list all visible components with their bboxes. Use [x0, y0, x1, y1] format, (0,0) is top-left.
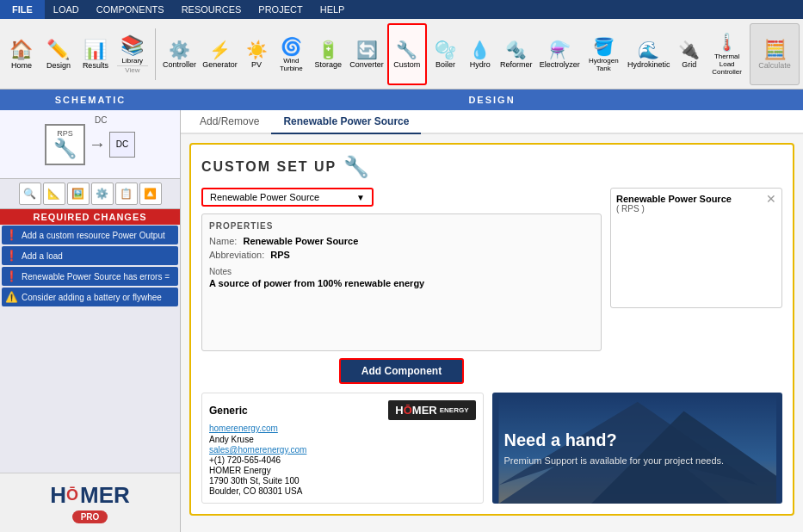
reformer-button[interactable]: 🔩 Reformer: [497, 23, 536, 85]
storage-button[interactable]: 🔋 Storage: [310, 23, 346, 85]
error-icon-2: ❗: [5, 250, 18, 262]
library-icon: 📚: [120, 34, 144, 57]
reformer-icon: 🔩: [505, 40, 527, 60]
grid-button[interactable]: 🔌 Grid: [674, 23, 706, 85]
change-item-4[interactable]: ⚠️ Consider adding a battery or flywhee: [2, 288, 178, 306]
error-icon-3: ❗: [5, 270, 18, 282]
dc-bus-arrow: →: [89, 134, 106, 154]
rps-list-subtitle: ( RPS ): [616, 204, 776, 213]
change-item-2[interactable]: ❗ Add a load: [2, 246, 178, 265]
generic-address1: 1790 30th St, Suite 100: [209, 476, 476, 486]
dc-label: DC: [95, 115, 107, 125]
controller-button[interactable]: ⚙️ Controller: [160, 23, 200, 85]
hydro-button[interactable]: 💧 Hydro: [465, 23, 497, 85]
tab-add-remove[interactable]: Add/Remove: [188, 110, 271, 134]
thermal-load-controller-button[interactable]: 🌡️ Thermal LoadController: [706, 23, 748, 85]
schematic-canvas: DC RPS 🔧 → DC: [0, 110, 180, 179]
generic-email[interactable]: sales@homerenergy.com: [209, 445, 476, 455]
generator-icon: ⚡: [209, 40, 231, 60]
wind-turbine-button[interactable]: 🌀 WindTurbine: [273, 23, 309, 85]
controller-icon: ⚙️: [169, 40, 190, 60]
home-button[interactable]: 🏠 Home: [3, 23, 40, 85]
resources-menu-item[interactable]: RESOURCES: [173, 0, 250, 19]
generic-phone: +(1) 720-565-4046: [209, 455, 476, 465]
design-header: DESIGN: [468, 95, 515, 105]
need-hand-subtitle: Premium Support is available for your pr…: [504, 455, 771, 466]
generic-info-box: Generic HŌMER ENERGY homerenergy.com And…: [201, 393, 484, 504]
zoom-in-button[interactable]: 🔍: [19, 182, 41, 205]
custom-button[interactable]: 🔧 Custom: [387, 23, 427, 85]
electrolyzer-icon: ⚗️: [549, 40, 571, 60]
generator-button[interactable]: ⚡ Generator: [200, 23, 240, 85]
thermal-load-controller-icon: 🌡️: [716, 32, 738, 53]
required-changes-title: REQUIRED CHANGES: [0, 209, 180, 225]
name-label: Name:: [209, 236, 237, 246]
pv-icon: ☀️: [246, 40, 268, 60]
properties-title: PROPERTIES: [209, 221, 594, 231]
zoom-out-button[interactable]: 📐: [43, 182, 65, 205]
component-dropdown[interactable]: Renewable Power Source ▼: [201, 188, 374, 207]
design-button[interactable]: ✏️ Design: [40, 23, 77, 85]
change-item-3[interactable]: ❗ Renewable Power Source has errors =: [2, 267, 178, 286]
results-icon: 📊: [83, 39, 107, 61]
generic-address2: Boulder, CO 80301 USA: [209, 486, 476, 496]
boiler-icon: 🫧: [435, 40, 456, 60]
storage-icon: 🔋: [318, 40, 339, 60]
pv-button[interactable]: ☀️ PV: [241, 23, 273, 85]
hydrokinetic-button[interactable]: 🌊 Hydrokinetic: [625, 23, 673, 85]
generic-title: Generic: [209, 405, 248, 417]
boiler-button[interactable]: 🫧 Boiler: [428, 23, 464, 85]
hydrogen-tank-icon: 🪣: [593, 36, 615, 57]
abbreviation-value: RPS: [270, 250, 290, 260]
wrench-icon: 🔧: [343, 155, 369, 179]
need-hand-title: Need a hand?: [504, 430, 771, 450]
rps-list-box: Renewable Power Source ( RPS ) ✕: [610, 188, 782, 308]
custom-setup-box: CUSTOM SET UP 🔧 Renewable Power Source ▼: [189, 143, 794, 516]
clipboard-button[interactable]: 📋: [115, 182, 138, 205]
notes-label: Notes: [209, 267, 594, 276]
homer-energy-logo: HŌMER ENERGY: [388, 400, 475, 420]
change-item-1[interactable]: ❗ Add a custom resource Power Output: [2, 226, 178, 244]
name-value: Renewable Power Source: [243, 236, 358, 246]
components-menu-item[interactable]: COMPONENTS: [88, 0, 173, 19]
hydrogen-tank-button[interactable]: 🪣 HydrogenTank: [584, 23, 624, 85]
load-menu-item[interactable]: LOAD: [45, 0, 88, 19]
settings-button[interactable]: ⚙️: [91, 182, 114, 205]
converter-button[interactable]: 🔄 Converter: [347, 23, 386, 85]
design-icon: ✏️: [46, 39, 70, 61]
electrolyzer-button[interactable]: ⚗️ Electrolyzer: [537, 23, 583, 85]
file-menu-item[interactable]: FILE: [0, 0, 45, 19]
warning-icon-4: ⚠️: [5, 291, 18, 303]
help-menu-item[interactable]: HELP: [312, 0, 354, 19]
dropdown-arrow-icon: ▼: [356, 193, 365, 202]
library-button[interactable]: 📚 Library View: [114, 23, 151, 85]
grid-icon: 🔌: [678, 40, 700, 60]
converter-icon: 🔄: [356, 40, 378, 60]
project-menu-item[interactable]: PROJECT: [250, 0, 311, 19]
hydro-icon: 💧: [469, 40, 491, 60]
fit-view-button[interactable]: 🖼️: [67, 182, 90, 205]
abbreviation-label: Abbreviation:: [209, 250, 264, 260]
homer-pro-badge: PRO: [72, 510, 108, 523]
generic-company: HOMER Energy: [209, 466, 476, 475]
custom-icon: 🔧: [396, 40, 417, 60]
results-button[interactable]: 📊 Results: [77, 23, 114, 85]
home-icon: 🏠: [9, 39, 33, 61]
generic-website[interactable]: homerenergy.com: [209, 424, 476, 433]
calculate-button[interactable]: 🧮 Calculate: [750, 23, 800, 85]
notes-text: A source of power from 100% renewable en…: [209, 278, 594, 288]
wind-turbine-icon: 🌀: [281, 36, 302, 57]
need-hand-box: Need a hand? Premium Support is availabl…: [492, 393, 783, 504]
homer-logo: H Ō MER: [50, 482, 130, 509]
rps-close-button[interactable]: ✕: [766, 192, 776, 206]
generic-contact: Andy Kruse: [209, 435, 476, 444]
tab-renewable-power-source[interactable]: Renewable Power Source: [271, 110, 421, 134]
up-button[interactable]: 🔼: [139, 182, 162, 205]
error-icon-1: ❗: [5, 229, 18, 241]
custom-setup-title: CUSTOM SET UP: [201, 159, 337, 175]
calculate-icon: 🧮: [763, 39, 787, 61]
schematic-header: SCHEMATIC: [55, 95, 127, 105]
hydrokinetic-icon: 🌊: [638, 40, 659, 60]
rps-list-title: Renewable Power Source: [616, 194, 776, 204]
add-component-button[interactable]: Add Component: [339, 358, 464, 384]
